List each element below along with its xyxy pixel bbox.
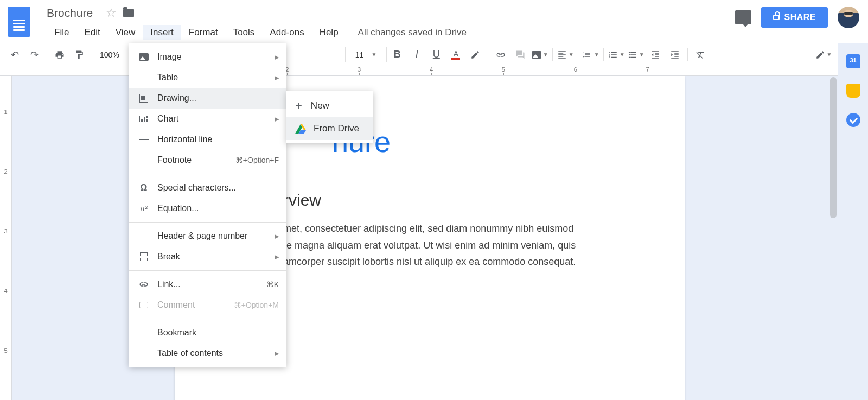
toolbar-separator xyxy=(687,48,688,61)
comment-icon xyxy=(137,302,151,308)
menu-separator xyxy=(129,222,286,223)
insert-image-button[interactable]: ▼ xyxy=(531,46,549,64)
menu-separator xyxy=(129,270,286,271)
menu-item-image[interactable]: Image ▶ xyxy=(129,47,286,67)
italic-button[interactable]: I xyxy=(407,46,426,64)
align-button[interactable]: ▼ xyxy=(556,46,575,64)
doc-heading-2[interactable]: rview xyxy=(234,191,625,209)
decrease-indent-button[interactable] xyxy=(646,46,665,64)
comments-icon[interactable] xyxy=(735,10,751,24)
share-label: SHARE xyxy=(784,12,816,22)
keep-icon[interactable] xyxy=(846,84,860,98)
user-avatar[interactable] xyxy=(838,7,859,28)
ruler-mark: 7 xyxy=(646,66,649,73)
toolbar-separator xyxy=(603,48,604,61)
menu-insert[interactable]: Insert xyxy=(143,25,181,40)
font-size-select[interactable]: 11 ▼ xyxy=(345,47,387,62)
lock-icon xyxy=(773,15,780,20)
menu-item-table-of-contents[interactable]: Table of contents ▶ xyxy=(129,343,286,364)
menu-item-break[interactable]: Break ▶ xyxy=(129,246,286,267)
submenu-item-from-drive[interactable]: From Drive xyxy=(286,117,373,140)
line-spacing-button[interactable]: ▼ xyxy=(582,46,600,64)
menu-item-header-page-number[interactable]: Header & page number ▶ xyxy=(129,226,286,246)
toolbar-separator xyxy=(552,48,553,61)
arrow-right-icon: ▶ xyxy=(275,253,279,261)
menu-item-chart[interactable]: Chart ▶ xyxy=(129,109,286,129)
undo-button[interactable]: ↶ xyxy=(5,46,24,64)
menu-addons[interactable]: Add-ons xyxy=(262,25,311,40)
arrow-right-icon: ▶ xyxy=(275,54,279,61)
hline-icon xyxy=(137,139,151,140)
menu-item-drawing[interactable]: Drawing... xyxy=(129,88,286,109)
menu-item-link[interactable]: Link... ⌘K xyxy=(129,274,286,295)
increase-indent-button[interactable] xyxy=(666,46,684,64)
toolbar-separator xyxy=(488,48,488,61)
chevron-down-icon: ▼ xyxy=(639,52,644,58)
menu-help[interactable]: Help xyxy=(312,25,346,40)
print-button[interactable] xyxy=(50,46,69,64)
menu-separator xyxy=(129,174,286,174)
break-icon xyxy=(137,252,151,261)
doc-paragraph[interactable]: met, consectetuer adipiscing elit, sed d… xyxy=(234,220,625,270)
menu-item-footnote[interactable]: Footnote ⌘+Option+F xyxy=(129,150,286,170)
vruler-mark: 1 xyxy=(0,109,11,109)
menu-item-bookmark[interactable]: Bookmark xyxy=(129,322,286,343)
menu-item-equation[interactable]: π² Equation... xyxy=(129,198,286,219)
menu-item-horizontal-line[interactable]: Horizontal line xyxy=(129,129,286,150)
ruler-mark: 6 xyxy=(574,66,577,73)
numbered-list-button[interactable]: ▼ xyxy=(607,46,626,64)
editing-mode-button[interactable]: ▼ xyxy=(814,46,833,64)
right-sidebar xyxy=(838,43,868,400)
menu-item-table[interactable]: Table ▶ xyxy=(129,67,286,88)
insert-comment-button[interactable] xyxy=(511,46,529,64)
docs-app-icon[interactable] xyxy=(8,7,30,37)
menu-file[interactable]: File xyxy=(47,25,76,40)
document-title[interactable]: Brochure xyxy=(47,7,93,20)
folder-icon[interactable] xyxy=(123,9,134,17)
menu-edit[interactable]: Edit xyxy=(76,25,107,40)
redo-button[interactable]: ↷ xyxy=(25,46,43,64)
zoom-select[interactable]: 100% xyxy=(95,50,124,59)
menu-item-special-characters[interactable]: Ω Special characters... xyxy=(129,177,286,198)
ruler-mark: 4 xyxy=(430,66,433,73)
underline-button[interactable]: U xyxy=(427,46,445,64)
star-icon[interactable]: ☆ xyxy=(106,6,117,20)
arrow-right-icon: ▶ xyxy=(275,233,279,240)
scrollbar-thumb[interactable] xyxy=(830,77,837,218)
calendar-icon[interactable] xyxy=(846,54,860,68)
menu-tools[interactable]: Tools xyxy=(226,25,263,40)
arrow-right-icon: ▶ xyxy=(275,74,279,81)
bold-button[interactable]: B xyxy=(388,46,406,64)
clear-formatting-button[interactable] xyxy=(691,46,710,64)
share-button[interactable]: SHARE xyxy=(761,7,828,28)
paint-format-button[interactable] xyxy=(70,46,88,64)
bulleted-list-button[interactable]: ▼ xyxy=(627,46,645,64)
highlight-button[interactable] xyxy=(466,46,484,64)
menu-item-comment: Comment ⌘+Option+M xyxy=(129,295,286,315)
menu-view[interactable]: View xyxy=(108,25,143,40)
submenu-item-new[interactable]: + New xyxy=(286,94,373,117)
insert-menu-dropdown: Image ▶ Table ▶ Drawing... Chart ▶ Horiz… xyxy=(129,43,286,367)
drawing-icon xyxy=(137,94,151,103)
chevron-down-icon: ▼ xyxy=(827,52,832,58)
text-color-button[interactable]: A xyxy=(446,46,465,64)
toolbar-separator xyxy=(92,48,92,61)
font-size-value: 11 xyxy=(355,50,364,59)
shortcut-text: ⌘+Option+F xyxy=(235,156,279,164)
pi-icon: π² xyxy=(137,204,151,213)
shortcut-text: ⌘K xyxy=(266,280,279,289)
save-status[interactable]: All changes saved in Drive xyxy=(358,27,467,38)
menu-format[interactable]: Format xyxy=(181,25,226,40)
omega-icon: Ω xyxy=(137,183,151,193)
chevron-down-icon: ▼ xyxy=(543,52,548,58)
ruler-mark: 5 xyxy=(502,66,505,73)
tasks-icon[interactable] xyxy=(846,113,860,127)
insert-link-button[interactable] xyxy=(492,46,510,64)
link-icon xyxy=(137,280,151,289)
vruler-mark: 5 xyxy=(0,347,11,348)
toolbar-separator xyxy=(578,48,578,61)
vertical-ruler[interactable]: 1 2 3 4 5 xyxy=(0,76,12,400)
submenu-label: From Drive xyxy=(314,123,359,134)
drive-icon xyxy=(295,124,305,133)
vruler-mark: 4 xyxy=(0,288,11,288)
